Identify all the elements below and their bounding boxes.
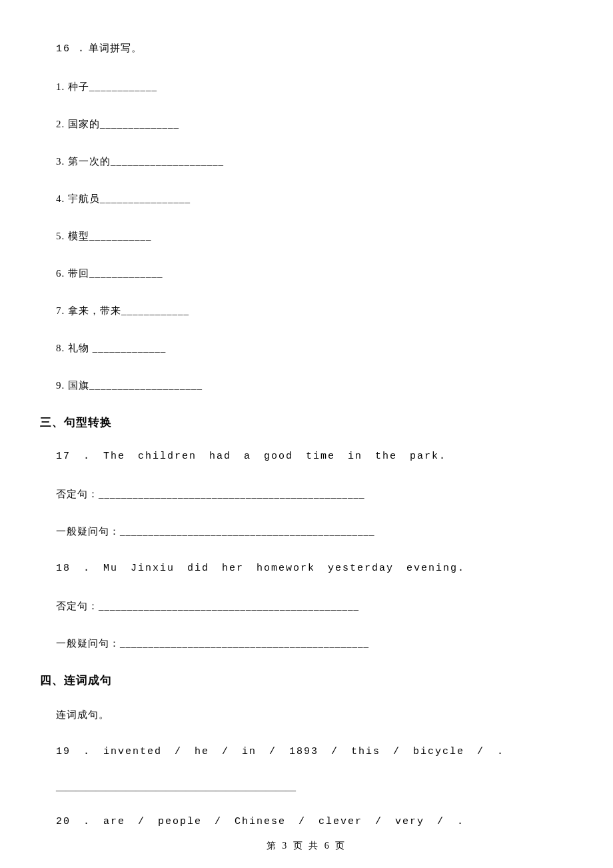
question-16-number: 16 . [56,43,85,55]
q16-item-7: 7. 拿来，带来____________ [56,303,573,319]
q16-item-9: 9. 国旗____________________ [56,377,573,393]
q16-item-3: 3. 第一次的____________________ [56,153,573,169]
q16-item-5: 5. 模型___________ [56,228,573,244]
page-footer: 第 3 页 共 6 页 [0,840,613,852]
question-19-blank: ________________________________________… [56,781,573,793]
question-16-header: 16 . 单词拼写。 [56,40,573,57]
question-16-title: 单词拼写。 [89,43,142,53]
question-17-negative: 否定句：____________________________________… [56,486,573,502]
section-3-heading: 三、句型转换 [40,415,573,430]
q16-item-2: 2. 国家的______________ [56,116,573,132]
question-18-text: 18 . Mu Jinxiu did her homework yesterda… [56,561,573,577]
section-4-sub: 连词成句。 [56,707,573,723]
question-17-general: 一般疑问句：__________________________________… [56,523,573,539]
q16-item-6: 6. 带回_____________ [56,265,573,281]
q16-item-8: 8. 礼物 _____________ [56,340,573,356]
question-20-text: 20 . are / people / Chinese / clever / v… [56,814,573,830]
q16-item-4: 4. 宇航员________________ [56,191,573,207]
section-4-heading: 四、连词成句 [40,673,573,688]
question-18-general: 一般疑问句：__________________________________… [56,635,573,651]
question-18-negative: 否定句：____________________________________… [56,598,573,614]
question-17-text: 17 . The children had a good time in the… [56,449,573,465]
question-19-text: 19 . invented / he / in / 1893 / this / … [56,744,573,760]
q16-item-1: 1. 种子____________ [56,79,573,95]
